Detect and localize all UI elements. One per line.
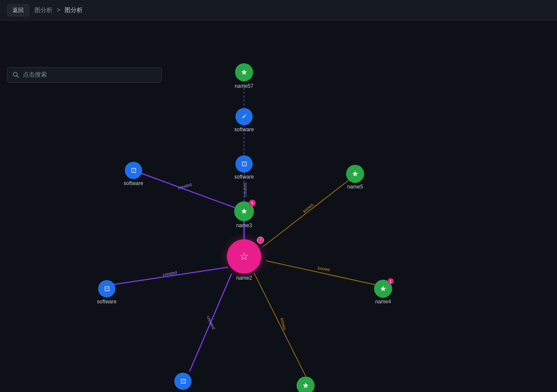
svg-line-10 <box>254 273 306 376</box>
node-software-top[interactable]: ✓ <box>235 108 253 125</box>
node-software-bottom[interactable]: ⊡ <box>174 373 192 390</box>
node-name6[interactable]: ★ <box>297 377 315 392</box>
topbar: 返回 图分析 > 图分析 <box>0 0 557 21</box>
edge-label-created-top: created <box>243 182 248 197</box>
svg-line-5 <box>133 170 239 209</box>
star-icon-name57: ★ <box>241 68 248 76</box>
graph-edges: created created created knows knows know… <box>0 41 557 392</box>
node-name2[interactable]: ☆ 7 <box>227 239 261 274</box>
svg-line-9 <box>266 261 380 286</box>
badge-name3: 5 <box>249 200 256 207</box>
node-software2[interactable]: ⊡ <box>235 155 253 173</box>
breadcrumb-sep: > <box>57 6 60 13</box>
edge-label-knows-name6: knows <box>279 318 287 330</box>
bookmark-icon-software-sw: ⊡ <box>104 285 110 292</box>
graph-area: 点击搜索 created created created knows knows… <box>0 41 557 392</box>
star-icon-name5: ★ <box>352 170 359 178</box>
node-name3[interactable]: ★ 5 <box>234 201 254 221</box>
bookmark-icon-software-bottom: ⊡ <box>180 378 186 385</box>
node-name4[interactable]: ★ 1 <box>374 280 392 298</box>
bookmark-icon-software-left: ⊡ <box>131 167 136 174</box>
edge-label-knows-name4: knows <box>318 265 331 272</box>
node-software-left[interactable]: ⊡ <box>125 162 142 179</box>
breadcrumb-current: 图分析 <box>65 6 83 13</box>
star-icon-name6: ★ <box>302 382 309 389</box>
star-icon-name4: ★ <box>380 285 387 293</box>
node-name57[interactable]: ★ <box>235 63 253 81</box>
star-icon-name2: ☆ <box>239 251 249 262</box>
node-software-sw[interactable]: ⊡ <box>98 280 115 297</box>
check-icon-software-top: ✓ <box>241 113 247 120</box>
node-name5[interactable]: ★ <box>346 165 364 183</box>
svg-line-8 <box>263 177 353 247</box>
star-icon-name3: ★ <box>241 207 248 215</box>
badge-name4: 1 <box>388 278 394 284</box>
bookmark-icon-software2: ⊡ <box>241 161 247 167</box>
svg-line-7 <box>114 267 228 284</box>
breadcrumb-parent: 图分析 <box>34 6 53 13</box>
back-button[interactable]: 返回 <box>7 4 29 16</box>
breadcrumb: 图分析 > 图分析 <box>34 6 83 14</box>
edge-label-created-bottom: created <box>206 315 216 330</box>
badge-name2: 7 <box>257 237 264 244</box>
